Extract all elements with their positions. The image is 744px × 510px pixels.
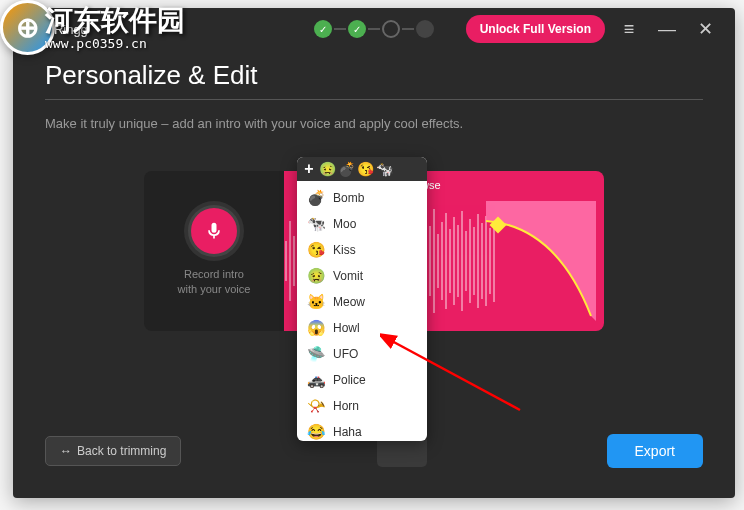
back-button[interactable]: ↔ Back to trimming [45, 436, 181, 466]
effects-header: + 🤢 💣 😘 🐄 [297, 157, 427, 181]
menu-icon[interactable]: ≡ [615, 15, 643, 43]
effect-item-ufo[interactable]: 🛸UFO [297, 341, 427, 367]
step-1: ✓ [314, 20, 332, 38]
record-button[interactable] [188, 205, 240, 257]
effect-item-meow[interactable]: 🐱Meow [297, 289, 427, 315]
step-4 [416, 20, 434, 38]
minimize-icon[interactable]: — [653, 15, 681, 43]
record-label: Record intro with your voice [178, 267, 251, 298]
effects-list: 💣Bomb 🐄Moo 😘Kiss 🤢Vomit 🐱Meow 😱Howl 🛸UFO… [297, 181, 427, 441]
effect-item-vomit[interactable]: 🤢Vomit [297, 263, 427, 289]
content: Personalize & Edit Make it truly unique … [13, 50, 735, 351]
effect-item-bomb[interactable]: 💣Bomb [297, 185, 427, 211]
back-icon: ↔ [60, 444, 72, 458]
app-name: iRingg [51, 22, 88, 37]
header-emoji-kiss[interactable]: 😘 [357, 161, 374, 177]
app-window: ♪ iRingg ✓ ✓ Unlock Full Version ≡ — ✕ P… [13, 8, 735, 498]
page-subtitle: Make it truly unique – add an intro with… [45, 116, 703, 131]
app-logo: ♪ iRingg [29, 21, 88, 37]
effect-item-moo[interactable]: 🐄Moo [297, 211, 427, 237]
logo-icon: ♪ [29, 21, 45, 37]
header-emoji-cow[interactable]: 🐄 [376, 161, 393, 177]
microphone-icon [204, 219, 224, 243]
record-panel: Record intro with your voice [144, 171, 284, 331]
effect-item-haha[interactable]: 😂Haha [297, 419, 427, 445]
unlock-button[interactable]: Unlock Full Version [466, 15, 605, 43]
effect-item-police[interactable]: 🚓Police [297, 367, 427, 393]
effects-dropdown: + 🤢 💣 😘 🐄 💣Bomb 🐄Moo 😘Kiss 🤢Vomit 🐱Meow … [297, 157, 427, 441]
effect-item-horn[interactable]: 📯Horn [297, 393, 427, 419]
effect-item-howl[interactable]: 😱Howl [297, 315, 427, 341]
effect-item-kiss[interactable]: 😘Kiss [297, 237, 427, 263]
header-emoji-bomb[interactable]: 💣 [338, 161, 355, 177]
fade-curve[interactable] [486, 201, 596, 321]
title-bar: ♪ iRingg ✓ ✓ Unlock Full Version ≡ — ✕ [13, 8, 735, 50]
page-title: Personalize & Edit [45, 60, 703, 100]
editor-area: Record intro with your voice Browse + [45, 171, 703, 331]
close-icon[interactable]: ✕ [691, 15, 719, 43]
add-effect-icon[interactable]: + [301, 160, 317, 178]
step-indicators: ✓ ✓ [314, 20, 434, 38]
export-button[interactable]: Export [607, 434, 703, 468]
step-2: ✓ [348, 20, 366, 38]
step-3[interactable] [382, 20, 400, 38]
header-emoji-vomit[interactable]: 🤢 [319, 161, 336, 177]
